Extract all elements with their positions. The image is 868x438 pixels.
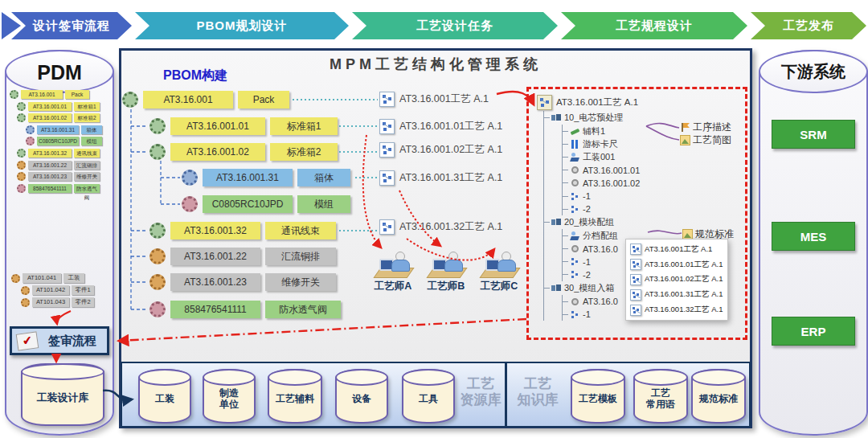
part-code: AT3.16.001.22 bbox=[28, 161, 72, 170]
tree-row[interactable]: AT3.16.001.01标准箱1 bbox=[17, 102, 111, 111]
part-name: 箱体 bbox=[297, 169, 350, 186]
pbom-tree-row[interactable]: AT3.16.001.02标准箱2 bbox=[149, 143, 338, 161]
tree-row[interactable]: AT3.16.001Pack bbox=[10, 90, 111, 99]
tree-item[interactable]: -1 bbox=[563, 190, 738, 203]
pbom-build-label: PBOM构建 bbox=[143, 68, 248, 84]
popup-item-label: AT3.16.001.32工艺 A.1 bbox=[645, 305, 723, 315]
part-name: 模组 bbox=[297, 195, 350, 213]
process-doc-icon bbox=[630, 244, 641, 255]
op-sketch-annotation[interactable]: 工艺简图 bbox=[680, 133, 731, 147]
gear-icon bbox=[10, 90, 18, 99]
part-name: 零件2 bbox=[72, 297, 94, 307]
process-doc-icon bbox=[630, 259, 641, 270]
part-name: 通讯线束 bbox=[74, 149, 100, 158]
banner-stage-pbom-plan: PBOM规划设计 bbox=[135, 12, 349, 39]
pbom-tree-row[interactable]: AT3.16.001.31箱体 bbox=[182, 169, 350, 186]
erp-button[interactable]: ERP bbox=[772, 317, 855, 346]
operation-label: 20_模块配组 bbox=[564, 216, 614, 228]
operation-label: 30_模组入箱 bbox=[564, 282, 614, 294]
popup-item[interactable]: AT3.16.001工艺 A.1 bbox=[630, 244, 723, 255]
db-label: 工具 bbox=[403, 370, 453, 422]
popup-item[interactable]: AT3.16.001.31工艺 A.1 bbox=[630, 289, 723, 301]
tree-row[interactable]: AT3.16.001.22汇流铜排 bbox=[17, 161, 111, 170]
annotation-label: 工序描述 bbox=[693, 121, 731, 134]
engineer-c: 工艺师C bbox=[477, 251, 521, 293]
popup-item[interactable]: AT3.16.001.32工艺 A.1 bbox=[630, 305, 723, 316]
pbom-tree-row[interactable]: C0805RC10JPD模组 bbox=[182, 195, 350, 213]
tree-row[interactable]: AT101.043零件2 bbox=[21, 297, 111, 307]
engineer-label: 工艺师C bbox=[477, 280, 521, 293]
db-label: 工装 bbox=[140, 370, 190, 422]
srm-button[interactable]: SRM bbox=[772, 120, 855, 149]
part-name: 汇流铜排 bbox=[265, 248, 336, 265]
gear-icon bbox=[17, 102, 26, 111]
tree-item[interactable]: 工装001 bbox=[563, 150, 738, 163]
tree-row[interactable]: AT3.16.001.23维修开关 bbox=[17, 172, 111, 181]
part-name: 模组 bbox=[81, 137, 102, 145]
pbom-tree-row[interactable]: AT3.16.001.22汇流铜排 bbox=[149, 248, 336, 265]
popup-item[interactable]: AT3.16.001.01工艺 A.1 bbox=[630, 259, 723, 270]
pbom-tree-row[interactable]: AT3.16.001Pack bbox=[122, 91, 289, 108]
tree-row[interactable]: AT3.16.001.32通讯线束 bbox=[17, 149, 111, 158]
tree-item[interactable]: AT3.16.001.01 bbox=[563, 164, 738, 177]
process-template-db: 工艺模板 bbox=[571, 369, 625, 424]
gear-icon bbox=[149, 301, 166, 317]
tree-row[interactable]: AT101.041工装 bbox=[11, 273, 111, 283]
banner-stage-label: 工艺规程设计 bbox=[616, 18, 693, 34]
process-doc[interactable]: AT3.16.001.01工艺 A.1 bbox=[379, 119, 502, 134]
process-doc[interactable]: AT3.16.001工艺 A.1 bbox=[379, 92, 489, 107]
tree-row[interactable]: AT101.042零件1 bbox=[21, 285, 111, 295]
db-label: 设备 bbox=[337, 370, 387, 422]
process-doc-icon bbox=[379, 92, 395, 107]
tree-row[interactable]: AT3.16.001.31箱体 bbox=[26, 125, 111, 134]
popup-item[interactable]: AT3.16.001.02工艺 A.1 bbox=[630, 274, 723, 285]
part-code: AT101.043 bbox=[32, 297, 69, 307]
gear-icon bbox=[17, 161, 26, 170]
part-code: AT101.041 bbox=[23, 273, 61, 283]
item-label: 辅料1 bbox=[583, 125, 605, 137]
banner-stage-process-task: 工艺设计任务 bbox=[352, 12, 558, 39]
tree-row[interactable]: C0805RC10JPD模组 bbox=[26, 137, 111, 145]
sign-flow-button[interactable]: ✔ 签审流程 bbox=[10, 326, 109, 355]
tooling-db-label: 工装设计库 bbox=[23, 365, 103, 424]
db-label: 工艺辅料 bbox=[269, 370, 321, 422]
pbom-tree-row[interactable]: AT3.16.001.32通讯线束 bbox=[149, 222, 336, 239]
op-description-annotation[interactable]: 工序描述 bbox=[680, 121, 731, 134]
part-code: C0805RC10JPD bbox=[37, 137, 79, 145]
item-label: AT3.16.0 bbox=[583, 297, 618, 306]
routing-root[interactable]: AT3.16.001工艺 A.1 bbox=[537, 93, 738, 111]
engineer-at-computer-icon bbox=[372, 251, 414, 278]
routing-doc-icon bbox=[537, 95, 552, 110]
mes-button[interactable]: MES bbox=[772, 222, 855, 251]
process-doc[interactable]: AT3.16.001.32工艺 A.1 bbox=[379, 219, 502, 235]
gear-icon bbox=[17, 149, 26, 158]
part-name: 标准箱1 bbox=[74, 102, 100, 111]
item-label: 分档配组 bbox=[583, 230, 618, 242]
tool-icon bbox=[570, 231, 580, 241]
part-icon bbox=[570, 297, 580, 307]
band-divider bbox=[505, 362, 507, 428]
process-doc[interactable]: AT3.16.001.02工艺 A.1 bbox=[379, 142, 502, 158]
pbom-tree-row[interactable]: 858476541111防水透气阀 bbox=[149, 301, 341, 318]
part-code: AT3.16.001.23 bbox=[170, 273, 260, 291]
banner-stage-release: 工艺发布 bbox=[751, 12, 866, 39]
db-label: 制造 单位 bbox=[204, 370, 254, 422]
tree-row[interactable]: 858476541111防水透气阀 bbox=[17, 184, 111, 193]
pbom-tree-row[interactable]: AT3.16.001.23维修开关 bbox=[149, 273, 336, 291]
engineer-label: 工艺师B bbox=[424, 280, 468, 293]
process-phrase-db: 工艺 常用语 bbox=[633, 369, 688, 424]
pbom-tree-row[interactable]: AT3.16.001.01标准箱1 bbox=[149, 117, 338, 135]
process-doc[interactable]: AT3.16.001.31工艺 A.1 bbox=[379, 170, 502, 186]
tree-item[interactable]: -2 bbox=[563, 203, 738, 215]
tree-row[interactable]: AT3.16.001.02标准箱2 bbox=[17, 113, 111, 122]
operation-icon bbox=[551, 283, 562, 293]
tree-item[interactable]: AT3.16.001.02 bbox=[563, 177, 738, 190]
part-code: AT3.16.001.31 bbox=[203, 169, 293, 186]
gear-icon bbox=[11, 274, 20, 283]
part-code: 858476541111 bbox=[170, 301, 260, 318]
part-icon bbox=[570, 178, 580, 188]
banner-stage-label: 工艺设计任务 bbox=[416, 18, 493, 34]
item-label: -1 bbox=[583, 309, 591, 319]
part-code: AT3.16.001.32 bbox=[170, 222, 260, 239]
check-icon: ✔ bbox=[16, 331, 39, 350]
